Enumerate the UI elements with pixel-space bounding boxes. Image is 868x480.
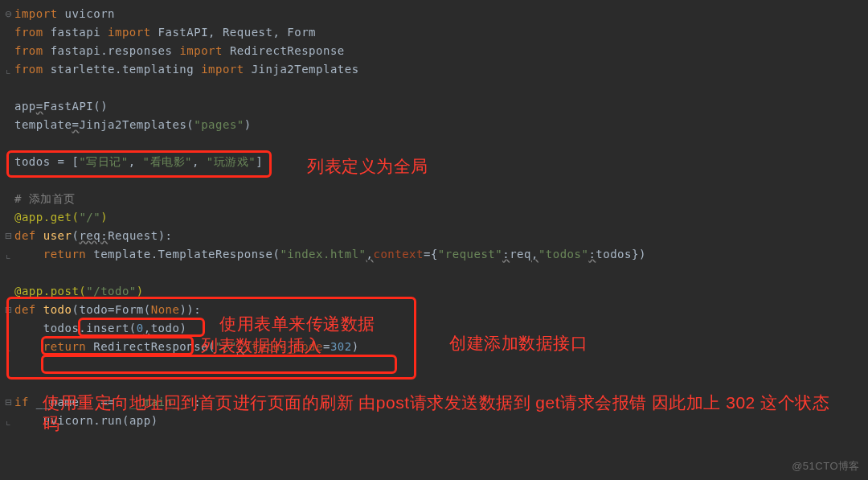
kw-from: from xyxy=(14,26,43,39)
mod-uvicorn: uvicorn xyxy=(58,7,115,20)
decorator-app-post: @app.post xyxy=(14,285,79,297)
kw-import: import xyxy=(14,7,58,20)
fold-marker: ⊖ xyxy=(5,5,14,23)
fn-user: user xyxy=(36,229,72,242)
code-editor[interactable]: ⊖import uvicorn from fastapi import Fast… xyxy=(0,0,868,435)
fn-todo: todo xyxy=(36,303,72,316)
watermark: @51CTO博客 xyxy=(792,457,860,475)
fold-end-marker: ⌞ xyxy=(5,60,14,79)
decorator-app-get: @app.get xyxy=(14,211,72,224)
comment-add-home: # 添加首页 xyxy=(14,192,76,205)
